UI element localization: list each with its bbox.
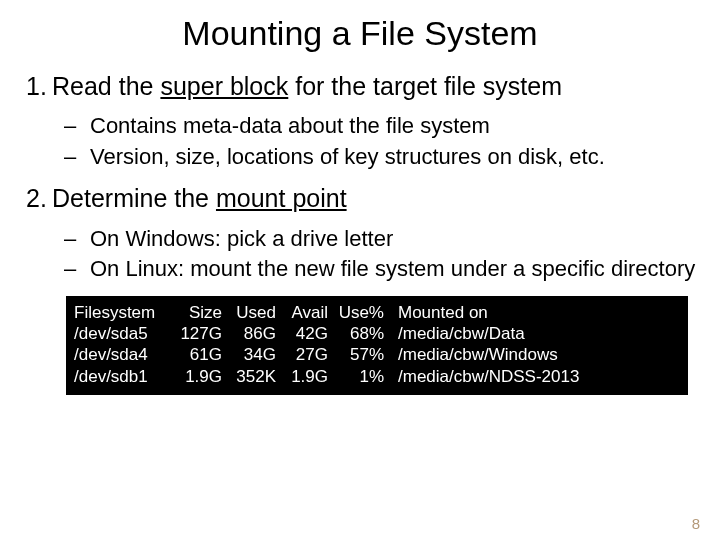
sublist-2: –On Windows: pick a drive letter –On Lin… bbox=[18, 225, 702, 284]
th-usepct: Use% bbox=[328, 302, 384, 323]
td-size: 1.9G bbox=[170, 366, 222, 387]
td-usepct: 68% bbox=[328, 323, 384, 344]
list-num-2: 2. bbox=[26, 183, 52, 214]
td-fs: /dev/sda4 bbox=[74, 344, 170, 365]
slide-title: Mounting a File System bbox=[18, 14, 702, 53]
terminal-row: /dev/sdb1 1.9G 352K 1.9G 1% /media/cbw/N… bbox=[74, 366, 680, 387]
sub-item: –On Windows: pick a drive letter bbox=[64, 225, 702, 254]
dash-icon: – bbox=[64, 143, 90, 172]
sub-item: –On Linux: mount the new file system und… bbox=[64, 255, 702, 284]
sub-item: –Contains meta-data about the file syste… bbox=[64, 112, 702, 141]
th-filesystem: Filesystem bbox=[74, 302, 170, 323]
td-usepct: 57% bbox=[328, 344, 384, 365]
page-number: 8 bbox=[692, 515, 700, 532]
sub-text: On Linux: mount the new file system unde… bbox=[90, 256, 695, 281]
td-used: 34G bbox=[222, 344, 276, 365]
terminal-output: Filesystem Size Used Avail Use% Mounted … bbox=[66, 296, 688, 395]
td-avail: 42G bbox=[276, 323, 328, 344]
li1-pre: Read the bbox=[52, 72, 160, 100]
th-mounted: Mounted on bbox=[384, 302, 488, 323]
dash-icon: – bbox=[64, 255, 90, 284]
list-item-1: 1.Read the super block for the target fi… bbox=[18, 71, 702, 102]
sublist-1: –Contains meta-data about the file syste… bbox=[18, 112, 702, 171]
sub-text: Contains meta-data about the file system bbox=[90, 113, 490, 138]
li1-post: for the target file system bbox=[288, 72, 562, 100]
terminal-row: /dev/sda5 127G 86G 42G 68% /media/cbw/Da… bbox=[74, 323, 680, 344]
list-num-1: 1. bbox=[26, 71, 52, 102]
dash-icon: – bbox=[64, 112, 90, 141]
terminal-header-row: Filesystem Size Used Avail Use% Mounted … bbox=[74, 302, 680, 323]
main-list: 1.Read the super block for the target fi… bbox=[18, 71, 702, 102]
td-size: 127G bbox=[170, 323, 222, 344]
td-used: 352K bbox=[222, 366, 276, 387]
dash-icon: – bbox=[64, 225, 90, 254]
td-fs: /dev/sda5 bbox=[74, 323, 170, 344]
sub-text: On Windows: pick a drive letter bbox=[90, 226, 393, 251]
td-mount: /media/cbw/Data bbox=[384, 323, 525, 344]
td-avail: 1.9G bbox=[276, 366, 328, 387]
td-mount: /media/cbw/Windows bbox=[384, 344, 558, 365]
td-used: 86G bbox=[222, 323, 276, 344]
td-fs: /dev/sdb1 bbox=[74, 366, 170, 387]
sub-text: Version, size, locations of key structur… bbox=[90, 144, 605, 169]
terminal-row: /dev/sda4 61G 34G 27G 57% /media/cbw/Win… bbox=[74, 344, 680, 365]
td-usepct: 1% bbox=[328, 366, 384, 387]
list-item-2: 2.Determine the mount point bbox=[18, 183, 702, 214]
th-avail: Avail bbox=[276, 302, 328, 323]
td-avail: 27G bbox=[276, 344, 328, 365]
th-used: Used bbox=[222, 302, 276, 323]
main-list-2: 2.Determine the mount point bbox=[18, 183, 702, 214]
li2-underlined: mount point bbox=[216, 184, 347, 212]
th-size: Size bbox=[170, 302, 222, 323]
td-size: 61G bbox=[170, 344, 222, 365]
td-mount: /media/cbw/NDSS-2013 bbox=[384, 366, 579, 387]
li1-underlined: super block bbox=[160, 72, 288, 100]
sub-item: –Version, size, locations of key structu… bbox=[64, 143, 702, 172]
li2-pre: Determine the bbox=[52, 184, 216, 212]
